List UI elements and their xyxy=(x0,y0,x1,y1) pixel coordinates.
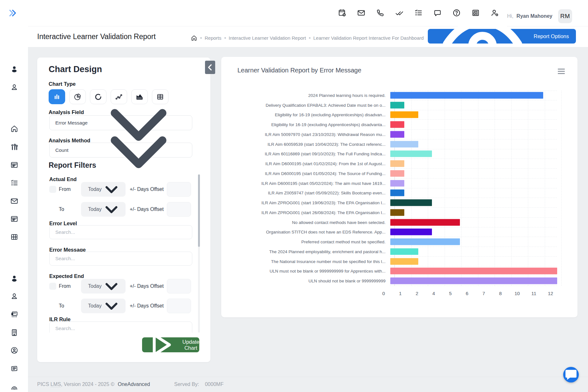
chat-fab-button[interactable] xyxy=(563,367,579,382)
expand-sidebar-button[interactable] xyxy=(8,8,18,18)
chart-row: Eligibility for 16-19 (excluding Apprent… xyxy=(232,110,566,120)
chart-bar[interactable] xyxy=(390,131,404,138)
mail-icon[interactable] xyxy=(357,9,366,17)
sidebar xyxy=(0,0,28,392)
chart-row: Preferred contact method must be specifi… xyxy=(232,237,566,247)
chart-bar[interactable] xyxy=(390,278,557,284)
chart-bar[interactable] xyxy=(390,248,418,255)
actual-end-to-offset-input[interactable] xyxy=(167,202,191,217)
update-chart-button[interactable]: Update Chart xyxy=(142,337,199,352)
date-select-value: Today xyxy=(88,303,102,309)
actual-end-from-checkbox[interactable] xyxy=(49,186,56,193)
user-filled-icon[interactable] xyxy=(10,274,18,283)
chart-bar[interactable] xyxy=(390,180,404,186)
actual-end-to-date-select[interactable]: Today xyxy=(81,202,126,217)
avatar[interactable]: RM xyxy=(558,9,572,23)
chart-bar[interactable] xyxy=(390,141,418,147)
chart-bar[interactable] xyxy=(390,160,404,167)
x-axis-tick: 7 xyxy=(482,291,485,296)
table-icon[interactable] xyxy=(10,233,18,241)
chart-row-track xyxy=(390,169,557,179)
chart-type-pie-chart-icon[interactable] xyxy=(69,89,86,104)
chart-bar[interactable] xyxy=(390,209,404,216)
chart-bar[interactable] xyxy=(390,219,460,226)
chart-row: ULN must not be blank or 9999999999 for … xyxy=(232,267,566,276)
home-icon[interactable] xyxy=(10,125,18,133)
chart-bar[interactable] xyxy=(390,112,418,118)
expected-end-to-date-select[interactable]: Today xyxy=(81,299,126,313)
breadcrumb-item-reports[interactable]: Reports xyxy=(205,35,222,41)
chart-row-label: ILR Aim ZPROG001 (start 19/06/2023): The… xyxy=(232,200,390,205)
chart-bar[interactable] xyxy=(390,102,404,108)
collapse-panel-button[interactable] xyxy=(205,61,215,74)
error-message-search-input[interactable] xyxy=(49,252,192,266)
chart-bar[interactable] xyxy=(390,268,557,274)
task-list-icon[interactable] xyxy=(10,179,18,187)
chart-bar[interactable] xyxy=(390,151,432,157)
x-axis-tick: 11 xyxy=(531,291,537,296)
calendar-icon[interactable] xyxy=(10,161,18,169)
x-axis-tick: 0 xyxy=(382,291,385,296)
footer-lms-abbr: LMS xyxy=(51,382,61,387)
people-chart-icon[interactable] xyxy=(10,143,18,152)
breadcrumb: Reports Interactive Learner Validation R… xyxy=(191,35,424,41)
error-level-search-input[interactable] xyxy=(49,225,192,239)
chart-row: The 2024 Planned employability, enrichme… xyxy=(232,247,566,257)
phone-icon[interactable] xyxy=(376,9,385,17)
pie-chart-icon xyxy=(73,93,82,101)
filters-scrollbar xyxy=(198,174,200,333)
filters-scrollbar-thumb[interactable] xyxy=(198,174,200,247)
chart-bar[interactable] xyxy=(390,239,460,245)
chart-bar[interactable] xyxy=(390,199,432,206)
chart-row-label: ULN must not be blank or 9999999999 for … xyxy=(232,269,390,274)
breadcrumb-separator xyxy=(200,37,202,39)
chart-row-label: Preferred contact method must be specifi… xyxy=(232,240,390,244)
chart-menu-icon[interactable] xyxy=(558,69,565,75)
user-filled-icon[interactable] xyxy=(10,65,18,73)
chart-bar[interactable] xyxy=(390,258,418,265)
presentation-icon[interactable] xyxy=(10,310,18,319)
chart-bar[interactable] xyxy=(390,92,543,99)
user-outline-icon[interactable] xyxy=(10,83,18,91)
mail-icon[interactable] xyxy=(10,197,18,205)
analysis-method-value: Count xyxy=(55,147,68,153)
chart-row-track xyxy=(390,188,557,198)
chart-row-track xyxy=(390,267,557,276)
x-axis-tick: 10 xyxy=(515,291,520,296)
chart-row-track xyxy=(390,247,557,257)
home-icon[interactable] xyxy=(191,35,197,41)
breadcrumb-item-report[interactable]: Interactive Learner Validation Report xyxy=(229,35,306,41)
actual-end-from-date-select[interactable]: Today xyxy=(81,182,126,197)
chart-bar[interactable] xyxy=(390,121,404,128)
actual-end-from-offset-input[interactable] xyxy=(167,182,191,197)
chart-row-track xyxy=(390,149,557,159)
update-chart-label: Update Chart xyxy=(182,339,199,351)
user-outline-icon[interactable] xyxy=(10,292,18,301)
chart-row-label: Delivery Qualification EPABAL3: Achieved… xyxy=(232,103,390,108)
signal-arc-icon[interactable] xyxy=(10,382,18,391)
chart-row-label: ILR Aim D6000195 (start 01/05/2024): The… xyxy=(232,171,390,176)
calendar-icon[interactable] xyxy=(10,215,18,223)
double-check-icon[interactable] xyxy=(395,9,404,17)
analysis-method-select[interactable]: Count xyxy=(49,143,192,158)
expected-end-from-offset-input[interactable] xyxy=(167,279,191,294)
chat-bubble-icon xyxy=(563,367,579,382)
days-offset-label: +/- Days Offset xyxy=(130,303,164,309)
chart-type-label: Chart Type xyxy=(49,81,76,87)
chart-row-label: ILR Aim D6000195 (start 05/02/2024): The… xyxy=(232,181,390,186)
user-circle-icon[interactable] xyxy=(10,346,18,355)
calendar-plus-icon[interactable] xyxy=(338,9,346,17)
breadcrumb-item-dashboard[interactable]: Learner Validation Report Interactive Fo… xyxy=(313,35,424,41)
expected-end-from-date-select[interactable]: Today xyxy=(81,279,126,294)
chart-bar[interactable] xyxy=(390,229,432,235)
expected-end-from-checkbox[interactable] xyxy=(49,283,56,290)
report-options-button[interactable]: Report Options xyxy=(428,29,576,44)
building-icon[interactable] xyxy=(10,328,18,337)
chart-row-track xyxy=(390,257,557,267)
expected-end-to-offset-input[interactable] xyxy=(167,299,191,313)
chart-bar[interactable] xyxy=(390,170,404,177)
chart-bar[interactable] xyxy=(390,190,404,196)
news-icon[interactable] xyxy=(10,364,18,373)
task-list-icon[interactable] xyxy=(414,9,423,17)
chart-type-bar-chart-icon[interactable] xyxy=(49,89,65,104)
